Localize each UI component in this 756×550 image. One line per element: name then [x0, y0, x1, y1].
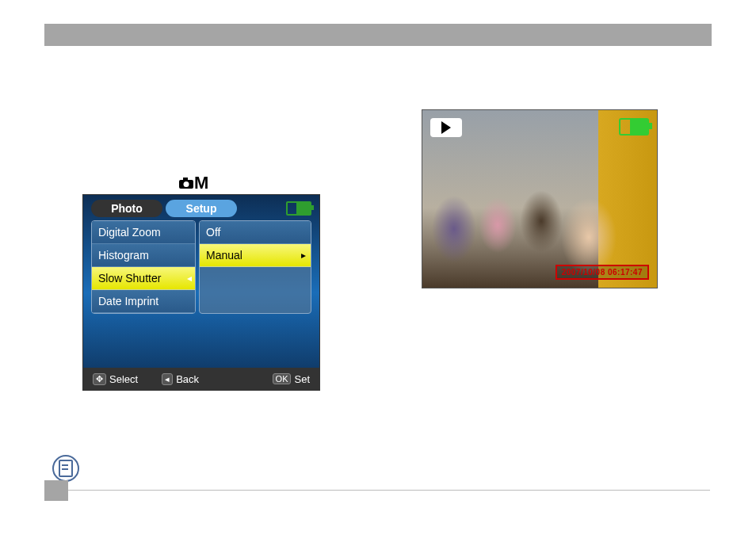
footer-select: ✥Select — [93, 373, 138, 385]
menu-item-date-imprint[interactable]: Date Imprint — [92, 290, 195, 313]
menu-tabs: Photo Setup — [83, 195, 319, 220]
tab-photo[interactable]: Photo — [91, 200, 162, 217]
svg-rect-1 — [183, 178, 188, 181]
divider-line — [68, 490, 710, 491]
page-tab — [44, 480, 68, 501]
date-imprint-overlay: 2007/10/08 06:17:47 — [556, 265, 649, 280]
mode-letter: M — [194, 173, 209, 193]
menu-item-histogram[interactable]: Histogram — [92, 244, 195, 267]
menu-left-column: Digital Zoom Histogram Slow Shutter Date… — [91, 220, 196, 314]
dpad-icon: ✥ — [93, 373, 106, 385]
ok-icon: OK — [273, 373, 292, 384]
menu-item-digital-zoom[interactable]: Digital Zoom — [92, 221, 195, 244]
photo-preview: 2007/10/08 06:17:47 — [422, 109, 658, 288]
camera-icon — [178, 174, 194, 194]
camera-settings-menu: Photo Setup Digital Zoom Histogram Slow … — [82, 194, 320, 391]
header-bar — [44, 24, 712, 46]
playback-icon[interactable] — [430, 118, 462, 137]
preview-image: 2007/10/08 06:17:47 — [422, 110, 657, 288]
menu-right-column: Off Manual — [199, 220, 311, 314]
note-icon — [52, 455, 79, 482]
back-icon: ◂ — [162, 373, 173, 385]
menu-item-slow-shutter[interactable]: Slow Shutter — [92, 267, 195, 290]
footer-set: OKSet — [273, 373, 310, 385]
svg-point-2 — [184, 181, 189, 187]
battery-icon-overlay — [619, 118, 649, 136]
menu-option-off[interactable]: Off — [200, 221, 311, 244]
tab-setup[interactable]: Setup — [166, 200, 237, 217]
menu-option-manual[interactable]: Manual — [200, 244, 311, 267]
menu-body: Digital Zoom Histogram Slow Shutter Date… — [83, 220, 319, 314]
mode-indicator: M — [178, 173, 209, 194]
battery-icon — [286, 201, 311, 216]
menu-footer: ✥Select ◂Back OKSet — [83, 368, 319, 390]
footer-back: ◂Back — [162, 373, 199, 385]
